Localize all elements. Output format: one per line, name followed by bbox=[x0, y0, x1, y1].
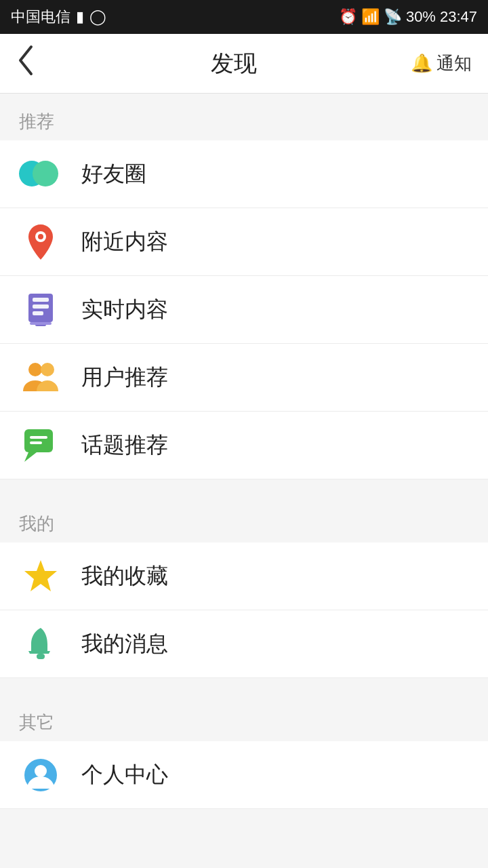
status-bar: 中国电信 ▮ ◯ ⏰ 📶 📡 30% 23:47 bbox=[0, 0, 488, 34]
section-label-mine: 我的 bbox=[0, 496, 488, 542]
notification-icon: 🔔 bbox=[411, 53, 432, 74]
realtime-content-label: 实时内容 bbox=[81, 295, 168, 325]
extra-icon: ◯ bbox=[89, 8, 106, 26]
profile-center-label: 个人中心 bbox=[81, 760, 168, 790]
battery-label: 30% bbox=[406, 8, 436, 26]
topic-recommend-label: 话题推荐 bbox=[81, 431, 168, 460]
star-icon bbox=[19, 555, 62, 598]
page-title: 发现 bbox=[211, 48, 257, 79]
menu-item-nearby-content[interactable]: 附近内容 bbox=[0, 208, 488, 276]
svg-rect-12 bbox=[30, 436, 47, 439]
svg-point-1 bbox=[38, 234, 43, 239]
users-icon bbox=[19, 356, 62, 399]
menu-list-recommended: 好友圈 附近内容 实时内容 bbox=[0, 140, 488, 479]
signal-icon: 📡 bbox=[384, 8, 402, 26]
svg-rect-3 bbox=[33, 298, 49, 302]
menu-item-profile-center[interactable]: 个人中心 bbox=[0, 741, 488, 809]
svg-marker-11 bbox=[24, 452, 37, 462]
nearby-content-label: 附近内容 bbox=[81, 227, 168, 257]
menu-item-my-messages[interactable]: 我的消息 bbox=[0, 610, 488, 678]
back-button[interactable] bbox=[16, 44, 57, 83]
menu-item-my-favorites[interactable]: 我的收藏 bbox=[0, 542, 488, 610]
section-gap-2 bbox=[0, 678, 488, 694]
svg-rect-4 bbox=[33, 304, 49, 309]
profile-icon bbox=[19, 753, 62, 797]
nav-bar: 发现 🔔 通知 bbox=[0, 34, 488, 94]
my-messages-label: 我的消息 bbox=[81, 629, 168, 659]
menu-item-realtime-content[interactable]: 实时内容 bbox=[0, 276, 488, 344]
svg-point-8 bbox=[28, 363, 42, 376]
sim-icon: ▮ bbox=[76, 8, 84, 26]
menu-item-user-recommend[interactable]: 用户推荐 bbox=[0, 344, 488, 412]
svg-rect-10 bbox=[24, 429, 53, 452]
wifi-icon: 📶 bbox=[361, 8, 380, 26]
notification-label: 通知 bbox=[436, 52, 472, 75]
svg-rect-13 bbox=[30, 441, 42, 444]
topic-icon bbox=[19, 424, 62, 467]
menu-list-mine: 我的收藏 我的消息 bbox=[0, 542, 488, 678]
svg-point-17 bbox=[35, 765, 47, 777]
location-icon bbox=[19, 220, 62, 264]
section-label-recommended: 推荐 bbox=[0, 94, 488, 140]
realtime-icon bbox=[19, 288, 62, 332]
menu-item-topic-recommend[interactable]: 话题推荐 bbox=[0, 412, 488, 479]
notification-button[interactable]: 🔔 通知 bbox=[411, 52, 472, 75]
time-label: 23:47 bbox=[440, 8, 477, 26]
user-recommend-label: 用户推荐 bbox=[81, 363, 168, 393]
section-label-other: 其它 bbox=[0, 694, 488, 741]
bell-icon bbox=[19, 623, 62, 666]
alarm-icon: ⏰ bbox=[339, 8, 357, 26]
section-gap-1 bbox=[0, 479, 488, 496]
friends-circle-label: 好友圈 bbox=[81, 159, 146, 189]
svg-rect-5 bbox=[33, 311, 43, 315]
svg-marker-14 bbox=[24, 560, 57, 591]
status-right: ⏰ 📶 📡 30% 23:47 bbox=[339, 8, 477, 26]
friends-icon bbox=[19, 153, 62, 196]
svg-rect-7 bbox=[30, 322, 52, 325]
my-favorites-label: 我的收藏 bbox=[81, 561, 168, 591]
svg-rect-15 bbox=[37, 654, 45, 659]
menu-list-other: 个人中心 bbox=[0, 741, 488, 809]
menu-item-friends-circle[interactable]: 好友圈 bbox=[0, 140, 488, 208]
status-carrier: 中国电信 ▮ ◯ bbox=[11, 7, 106, 27]
svg-point-9 bbox=[41, 363, 54, 376]
carrier-label: 中国电信 bbox=[11, 7, 70, 27]
